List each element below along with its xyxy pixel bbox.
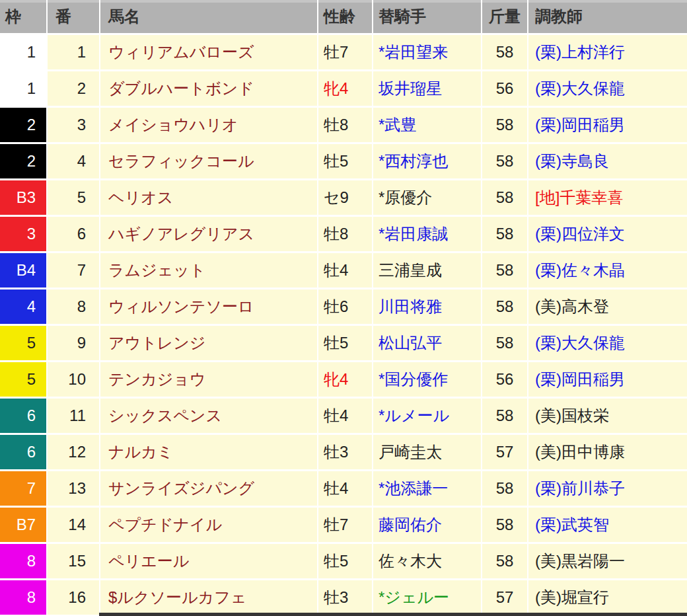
weight-cell: 58	[482, 544, 527, 578]
sex-age-cell: 牡3	[318, 435, 372, 469]
jockey-link[interactable]: *岩田康誠	[373, 217, 481, 251]
sex-age-cell: 牡3	[318, 580, 372, 615]
jockey-link[interactable]: *武豊	[373, 108, 481, 142]
waku-cell: 1	[0, 71, 46, 106]
header-waku: 枠	[0, 0, 46, 33]
horse-name-link[interactable]: サンライズジパング	[100, 471, 317, 506]
weight-cell: 58	[482, 289, 527, 324]
trainer-link[interactable]: (美)高木登	[528, 289, 687, 324]
horse-name-link[interactable]: シックスペンス	[100, 399, 317, 433]
header-weight: 斤量	[482, 0, 527, 33]
jockey-link[interactable]: *ルメール	[373, 399, 481, 433]
trainer-link[interactable]: (栗)大久保龍	[528, 326, 687, 360]
horse-name-link[interactable]: メイショウハリオ	[100, 108, 317, 142]
trainer-link[interactable]: (栗)岡田稲男	[528, 362, 687, 397]
waku-cell: 1	[0, 35, 46, 69]
table-row: 6 12 ナルカミ 牡3 戸崎圭太 57 (美)田中博康	[0, 435, 687, 469]
horse-name-link[interactable]: ハギノアレグリアス	[100, 217, 317, 251]
jockey-link[interactable]: *国分優作	[373, 362, 481, 397]
trainer-link[interactable]: (美)堀宣行	[528, 580, 687, 615]
weight-cell: 57	[482, 580, 527, 615]
horse-name-link[interactable]: テンカジョウ	[100, 362, 317, 397]
sex-age-cell: 牡5	[318, 326, 372, 360]
weight-cell: 57	[482, 435, 527, 469]
weight-cell: 58	[482, 35, 527, 69]
number-cell: 4	[48, 144, 99, 178]
weight-cell: 58	[482, 180, 527, 215]
sex-age-cell: 牡8	[318, 108, 372, 142]
table-row: 7 13 サンライズジパング 牡4 *池添謙一 58 (栗)前川恭子	[0, 471, 687, 506]
race-entry-table: 枠 番 馬名 性齢 替騎手 斤量 調教師 1 1 ウィリアムバローズ 牡7 *岩…	[0, 0, 687, 616]
number-cell: 9	[48, 326, 99, 360]
waku-cell: 3	[0, 217, 46, 251]
trainer-link[interactable]: (栗)武英智	[528, 508, 687, 542]
table-row: 6 11 シックスペンス 牡4 *ルメール 58 (美)国枝栄	[0, 399, 687, 433]
number-cell: 1	[48, 35, 99, 69]
jockey-link[interactable]: *西村淳也	[373, 144, 481, 178]
weight-cell: 56	[482, 71, 527, 106]
jockey-link[interactable]: *池添謙一	[373, 471, 481, 506]
trainer-link[interactable]: (栗)大久保龍	[528, 71, 687, 106]
weight-cell: 56	[482, 362, 527, 397]
trainer-link[interactable]: (栗)佐々木晶	[528, 253, 687, 288]
number-cell: 14	[48, 508, 99, 542]
table-row: 8 15 ペリエール 牡5 佐々木大 58 (美)黒岩陽一	[0, 544, 687, 578]
header-sex-age: 性齢	[318, 0, 372, 33]
horse-name-link[interactable]: ウィルソンテソーロ	[100, 289, 317, 324]
waku-cell: B7	[0, 508, 46, 542]
weight-cell: 58	[482, 108, 527, 142]
horse-name-link[interactable]: ペプチドナイル	[100, 508, 317, 542]
jockey-link[interactable]: *岩田望来	[373, 35, 481, 69]
jockey-link[interactable]: *ジェルー	[373, 580, 481, 615]
sex-age-cell: 牡4	[318, 253, 372, 288]
jockey-link[interactable]: 松山弘平	[373, 326, 481, 360]
header-jockey: 替騎手	[373, 0, 481, 33]
trainer-link[interactable]: (栗)前川恭子	[528, 471, 687, 506]
table-row: 1 1 ウィリアムバローズ 牡7 *岩田望来 58 (栗)上村洋行	[0, 35, 687, 69]
sex-age-cell: 牝4	[318, 71, 372, 106]
trainer-link[interactable]: (栗)岡田稲男	[528, 108, 687, 142]
horse-name-link[interactable]: ラムジェット	[100, 253, 317, 288]
jockey-link[interactable]: *原優介	[373, 180, 481, 215]
trainer-link[interactable]: (栗)四位洋文	[528, 217, 687, 251]
trainer-link[interactable]: (美)黒岩陽一	[528, 544, 687, 578]
horse-name-link[interactable]: $ルクソールカフェ	[100, 580, 317, 615]
next-section-edge	[99, 613, 687, 616]
waku-cell: 5	[0, 362, 46, 397]
trainer-link[interactable]: (栗)寺島良	[528, 144, 687, 178]
header-horse-name: 馬名	[100, 0, 317, 33]
weight-cell: 58	[482, 217, 527, 251]
horse-name-link[interactable]: ナルカミ	[100, 435, 317, 469]
waku-cell: 8	[0, 580, 46, 615]
number-cell: 13	[48, 471, 99, 506]
table-row: 1 2 ダブルハートボンド 牝4 坂井瑠星 56 (栗)大久保龍	[0, 71, 687, 106]
sex-age-cell: 牡5	[318, 144, 372, 178]
jockey-link[interactable]: 藤岡佑介	[373, 508, 481, 542]
header-trainer: 調教師	[528, 0, 687, 33]
trainer-link[interactable]: (栗)上村洋行	[528, 35, 687, 69]
horse-name-link[interactable]: ヘリオス	[100, 180, 317, 215]
horse-name-link[interactable]: セラフィックコール	[100, 144, 317, 178]
trainer-link[interactable]: [地]千葉幸喜	[528, 180, 687, 215]
waku-cell: 7	[0, 471, 46, 506]
sex-age-cell: 牡6	[318, 289, 372, 324]
jockey-link[interactable]: 川田将雅	[373, 289, 481, 324]
table-body: 1 1 ウィリアムバローズ 牡7 *岩田望来 58 (栗)上村洋行 1 2 ダブ…	[0, 35, 687, 615]
waku-cell: 2	[0, 144, 46, 178]
number-cell: 12	[48, 435, 99, 469]
sex-age-cell: 牡7	[318, 35, 372, 69]
table-header-row: 枠 番 馬名 性齢 替騎手 斤量 調教師	[0, 0, 687, 33]
jockey-link[interactable]: 佐々木大	[373, 544, 481, 578]
horse-name-link[interactable]: アウトレンジ	[100, 326, 317, 360]
horse-name-link[interactable]: ウィリアムバローズ	[100, 35, 317, 69]
trainer-link[interactable]: (美)田中博康	[528, 435, 687, 469]
jockey-link[interactable]: 坂井瑠星	[373, 71, 481, 106]
jockey-link[interactable]: 三浦皇成	[373, 253, 481, 288]
weight-cell: 58	[482, 253, 527, 288]
number-cell: 16	[48, 580, 99, 615]
jockey-link[interactable]: 戸崎圭太	[373, 435, 481, 469]
trainer-link[interactable]: (美)国枝栄	[528, 399, 687, 433]
horse-name-link[interactable]: ペリエール	[100, 544, 317, 578]
number-cell: 6	[48, 217, 99, 251]
horse-name-link[interactable]: ダブルハートボンド	[100, 71, 317, 106]
